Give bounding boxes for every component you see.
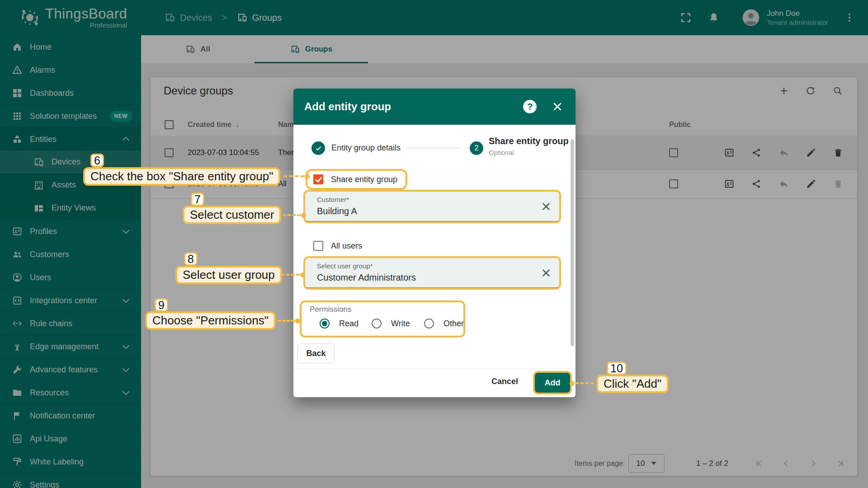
step-2-labels: Share entity group Optional <box>489 136 569 157</box>
permissions-group: Permissions Read Write Other <box>300 300 465 338</box>
dialog-title: Add entity group <box>304 100 391 113</box>
annotation-connector <box>283 214 301 216</box>
check-icon <box>315 145 322 152</box>
step-2-indicator[interactable]: 2 <box>470 141 483 155</box>
annotation-label: Click "Add" <box>596 375 669 393</box>
stepper-connector <box>405 148 459 148</box>
permissions-label: Permissions <box>310 305 352 314</box>
share-entity-group-label: Share entity group <box>331 175 397 184</box>
annotation-connector <box>278 320 295 322</box>
annotation-step-badge: 8 <box>184 252 198 266</box>
annotation-step-badge: 9 <box>155 298 168 312</box>
radio-write[interactable] <box>372 319 382 328</box>
help-icon[interactable]: ? <box>523 100 537 113</box>
radio-read-label: Read <box>339 319 359 328</box>
close-icon[interactable] <box>551 100 564 113</box>
annotation-step-badge: 10 <box>607 361 627 375</box>
share-entity-group-row: Share entity group <box>307 171 406 188</box>
annotation-connector <box>575 382 594 384</box>
customer-field-value: Building A <box>317 206 357 216</box>
user-group-field-value: Customer Administrators <box>317 272 416 283</box>
annotation-label: Choose "Permissions" <box>145 311 276 330</box>
annotation-step-badge: 6 <box>90 154 104 167</box>
user-group-field-label: Select user group* <box>317 262 373 270</box>
customer-field-label: Customer* <box>317 196 349 203</box>
clear-icon[interactable] <box>540 201 552 212</box>
radio-read[interactable] <box>320 319 330 328</box>
step-2-hint: Optional <box>489 148 569 157</box>
annotation-step-badge: 7 <box>191 192 204 206</box>
all-users-checkbox[interactable] <box>313 241 323 251</box>
footer-divider <box>293 369 576 369</box>
annotation-label: Select user group <box>175 266 282 284</box>
all-users-label: All users <box>331 241 362 251</box>
radio-other[interactable] <box>424 319 434 328</box>
dialog-header: Add entity group ? <box>293 89 576 125</box>
all-users-row: All users <box>313 241 362 251</box>
step-2-number: 2 <box>475 144 479 152</box>
annotation-connector <box>283 175 304 177</box>
clear-icon[interactable] <box>540 267 552 279</box>
step-1-indicator[interactable] <box>311 141 325 155</box>
annotation-connector <box>281 274 300 276</box>
add-button[interactable]: Add <box>535 373 570 393</box>
share-entity-group-checkbox[interactable] <box>313 174 323 184</box>
user-group-field[interactable]: Select user group* Customer Administrato… <box>305 258 559 288</box>
back-button[interactable]: Back <box>297 343 335 363</box>
application-window: ThingsBoard Professional Devices > Group… <box>0 0 868 488</box>
cancel-button[interactable]: Cancel <box>491 377 518 386</box>
modal-scrollbar[interactable] <box>571 139 574 346</box>
step-1-label: Entity group details <box>331 143 401 153</box>
annotation-label: Check the box "Share entity group" <box>83 167 280 186</box>
add-entity-group-dialog: Add entity group ? Entity group details … <box>293 89 576 397</box>
radio-other-label: Other <box>443 319 464 328</box>
customer-field[interactable]: Customer* Building A <box>305 192 559 221</box>
radio-write-label: Write <box>391 319 410 328</box>
step-2-label: Share entity group <box>489 136 569 147</box>
annotation-label: Select customer <box>183 206 281 224</box>
